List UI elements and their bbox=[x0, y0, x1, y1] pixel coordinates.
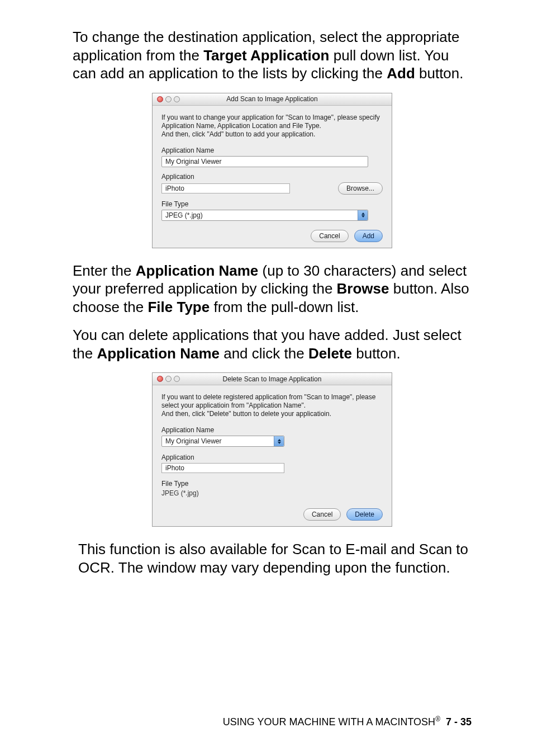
close-icon[interactable] bbox=[157, 96, 163, 102]
application-name-label: Application Name bbox=[161, 426, 383, 434]
dialog-actions: Cancel Add bbox=[161, 226, 383, 242]
file-type-label: File Type bbox=[161, 480, 383, 488]
info-line: And then, click "Add" button to add your… bbox=[161, 130, 383, 139]
cancel-button[interactable]: Cancel bbox=[303, 508, 341, 521]
chevron-updown-icon bbox=[358, 210, 368, 220]
zoom-icon bbox=[174, 376, 180, 382]
application-value: iPhoto bbox=[165, 464, 184, 472]
application-name-input[interactable]: My Original Viewer bbox=[161, 156, 368, 167]
input-value: My Original Viewer bbox=[165, 158, 221, 166]
dialog-actions: Cancel Delete bbox=[161, 505, 383, 521]
dialog-titlebar: Delete Scan to Image Application bbox=[153, 373, 392, 385]
file-type-label: File Type bbox=[161, 200, 383, 208]
dialog-info: If you want to delete registered applica… bbox=[161, 393, 383, 418]
delete-button[interactable]: Delete bbox=[346, 508, 383, 521]
select-value: My Original Viewer bbox=[165, 437, 221, 445]
text-bold: Application Name bbox=[136, 262, 259, 279]
zoom-icon bbox=[174, 96, 180, 102]
application-path-box: iPhoto bbox=[161, 183, 290, 193]
dialog-title: Add Scan to Image Application bbox=[153, 95, 392, 103]
application-name-label: Application Name bbox=[161, 147, 383, 154]
paragraph-1: To change the destination application, s… bbox=[73, 28, 472, 83]
text-bold: Application Name bbox=[97, 345, 220, 362]
application-label: Application bbox=[161, 173, 383, 181]
application-value-box: iPhoto bbox=[161, 463, 284, 473]
paragraph-3: You can delete applications that you hav… bbox=[73, 326, 472, 362]
file-type-value: JPEG (*.jpg) bbox=[161, 489, 383, 497]
info-line: select your applicatioin from "Applicati… bbox=[161, 401, 383, 410]
file-type-select[interactable]: JPEG (*.jpg) bbox=[161, 210, 368, 221]
page-footer: USING YOUR MACHINE WITH A MACINTOSH® 7 -… bbox=[223, 715, 472, 728]
delete-dialog: Delete Scan to Image Application If you … bbox=[152, 372, 392, 527]
footer-text: USING YOUR MACHINE WITH A MACINTOSH® bbox=[223, 715, 440, 728]
cancel-button[interactable]: Cancel bbox=[311, 230, 348, 242]
text: Enter the bbox=[73, 262, 136, 279]
info-line: Application Name, Application Location a… bbox=[161, 122, 383, 130]
application-row: iPhoto Browse... bbox=[161, 182, 383, 195]
browse-button[interactable]: Browse... bbox=[338, 182, 383, 195]
traffic-lights bbox=[157, 376, 180, 382]
minimize-icon bbox=[165, 376, 172, 382]
text-bold: Delete bbox=[308, 345, 352, 362]
note-text: This function is also available for Scan… bbox=[78, 540, 472, 577]
dialog-body: If you want to change your application f… bbox=[153, 106, 392, 248]
dialog-title: Delete Scan to Image Application bbox=[153, 375, 392, 383]
dialog-body: If you want to delete registered applica… bbox=[153, 385, 392, 526]
text: from the pull-down list. bbox=[210, 299, 359, 315]
info-line: If you want to delete registered applica… bbox=[161, 393, 383, 401]
add-dialog: Add Scan to Image Application If you wan… bbox=[152, 93, 392, 248]
info-line: And then, click "Delete" button to delet… bbox=[161, 410, 383, 418]
application-label: Application bbox=[161, 453, 383, 461]
text: and click the bbox=[220, 345, 308, 362]
text-bold: Add bbox=[387, 65, 415, 82]
text: button. bbox=[415, 65, 464, 82]
application-value: iPhoto bbox=[165, 185, 184, 192]
add-button[interactable]: Add bbox=[354, 230, 383, 242]
note: This function is also available for Scan… bbox=[73, 540, 472, 577]
application-name-select[interactable]: My Original Viewer bbox=[161, 436, 284, 447]
dialog-titlebar: Add Scan to Image Application bbox=[153, 93, 392, 106]
minimize-icon bbox=[165, 96, 172, 102]
registered-icon: ® bbox=[435, 715, 440, 723]
chevron-updown-icon bbox=[274, 436, 284, 446]
file-type-value: JPEG (*.jpg) bbox=[165, 211, 203, 219]
text-bold: Browse bbox=[337, 280, 389, 297]
traffic-lights bbox=[157, 96, 180, 102]
paragraph-2: Enter the Application Name (up to 30 cha… bbox=[73, 262, 472, 316]
dialog-info: If you want to change your application f… bbox=[161, 114, 383, 139]
info-line: If you want to change your application f… bbox=[161, 114, 383, 122]
text-bold: Target Application bbox=[203, 47, 329, 64]
text: button. bbox=[352, 345, 401, 362]
close-icon[interactable] bbox=[157, 376, 163, 382]
page-number: 7 - 35 bbox=[446, 716, 472, 728]
text-bold: File Type bbox=[147, 299, 210, 315]
